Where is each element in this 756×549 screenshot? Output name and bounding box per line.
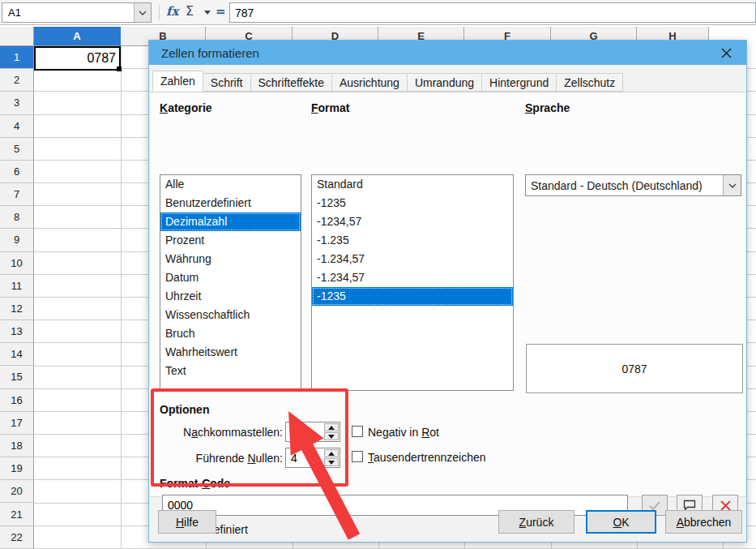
formula-input[interactable] xyxy=(229,2,756,23)
label-part: S xyxy=(525,101,532,114)
category-item[interactable]: Alle xyxy=(160,175,301,194)
tab-hintergrund[interactable]: Hintergrund xyxy=(481,73,557,92)
formula-bar: fx Σ = xyxy=(0,0,756,25)
row-header-13[interactable]: 13 xyxy=(0,320,34,343)
close-button[interactable] xyxy=(718,45,734,61)
format-listbox[interactable]: Standard-1235-1234,57-1.235-1.234,57-1.2… xyxy=(311,174,514,391)
row-header-2[interactable]: 2 xyxy=(0,69,34,92)
label-part: K xyxy=(160,101,168,114)
label-part: A xyxy=(677,516,684,529)
category-item[interactable]: Uhrzeit xyxy=(160,287,301,306)
cell-a1[interactable]: 0787 xyxy=(34,46,121,71)
language-combobox[interactable]: Standard - Deutsch (Deutschland) xyxy=(525,174,741,196)
category-label: Kategorie xyxy=(160,101,212,114)
dialog-titlebar[interactable]: Zellen formatieren xyxy=(149,41,746,65)
format-item[interactable]: -1234,57 xyxy=(312,212,513,231)
row-header-14[interactable]: 14 xyxy=(0,343,34,366)
category-item[interactable]: Bruch xyxy=(160,324,301,343)
row-header-10[interactable]: 10 xyxy=(0,252,34,275)
cell-reference-input[interactable] xyxy=(2,6,134,19)
tab-ausrichtung[interactable]: Ausrichtung xyxy=(331,73,408,92)
tab-zellschutz[interactable]: Zellschutz xyxy=(556,73,623,92)
row-header-6[interactable]: 6 xyxy=(0,161,34,183)
grid-line xyxy=(121,46,122,549)
chevron-down-icon xyxy=(728,183,737,188)
annotation-arrow-icon xyxy=(267,401,373,549)
category-item[interactable]: Prozent xyxy=(160,231,301,250)
function-wizard-icon[interactable]: fx xyxy=(166,4,178,19)
label-part: ormat xyxy=(318,101,350,114)
category-item[interactable]: Benutzerdefiniert xyxy=(160,194,301,212)
row-header-9[interactable]: 9 xyxy=(0,229,34,251)
checkmark-icon xyxy=(649,501,660,510)
category-item[interactable]: Datum xyxy=(160,268,301,287)
row-header-8[interactable]: 8 xyxy=(0,206,34,229)
tab-schrift[interactable]: Schrift xyxy=(203,73,251,92)
label-part: bbrechen xyxy=(684,516,731,529)
row-header-16[interactable]: 16 xyxy=(0,389,34,412)
dialog-title: Zellen formatieren xyxy=(161,46,259,60)
row-header-3[interactable]: 3 xyxy=(0,92,34,114)
row-header-22[interactable]: 22 xyxy=(0,526,34,549)
row-header-5[interactable]: 5 xyxy=(0,138,34,161)
label-part: ilfe xyxy=(184,516,199,529)
row-header-17[interactable]: 17 xyxy=(0,412,34,435)
row-header-12[interactable]: 12 xyxy=(0,298,34,320)
format-item[interactable]: -1.234,57 xyxy=(312,268,513,287)
format-item[interactable]: -1235 xyxy=(312,287,513,306)
row-header-21[interactable]: 21 xyxy=(0,503,34,525)
format-item[interactable]: Standard xyxy=(312,175,513,194)
label-part: Z xyxy=(519,516,527,529)
row-header-15[interactable]: 15 xyxy=(0,366,34,388)
category-item[interactable]: Dezimalzahl xyxy=(160,212,301,231)
language-label: Sprache xyxy=(525,101,570,114)
row-header-7[interactable]: 7 xyxy=(0,183,34,206)
format-item[interactable]: -1235 xyxy=(312,194,513,212)
category-item[interactable]: Text xyxy=(160,362,301,380)
column-header-a[interactable]: A xyxy=(34,27,121,46)
label-part: O xyxy=(613,516,621,529)
format-item[interactable]: -1.234,57 xyxy=(312,250,513,268)
format-item[interactable]: -1.235 xyxy=(312,231,513,250)
back-button[interactable]: Zurück xyxy=(498,510,574,534)
row-header-4[interactable]: 4 xyxy=(0,115,34,138)
cancel-button[interactable]: Abbrechen xyxy=(665,510,742,534)
label-part: prache xyxy=(532,101,570,114)
label-part: ausendertrennzeichen xyxy=(374,451,486,464)
label-part: K xyxy=(621,516,629,529)
sum-dropdown-caret-icon[interactable] xyxy=(204,11,211,15)
label-part: ategorie xyxy=(168,101,211,114)
tab-umrandung[interactable]: Umrandung xyxy=(407,73,482,92)
row-header-20[interactable]: 20 xyxy=(0,480,34,503)
language-value: Standard - Deutsch (Deutschland) xyxy=(526,179,723,192)
equals-icon[interactable]: = xyxy=(216,4,226,19)
tab-zahlen[interactable]: Zahlen xyxy=(152,71,203,92)
category-item[interactable]: Wissenschaftlich xyxy=(160,306,301,324)
sum-icon[interactable]: Σ xyxy=(186,3,194,19)
negative-red-label: Negativ in Rot xyxy=(368,426,439,439)
comment-bubble-icon xyxy=(683,500,696,511)
ok-button[interactable]: OK xyxy=(586,510,656,534)
row-header-19[interactable]: 19 xyxy=(0,457,34,480)
libreoffice-calc-window: fx Σ = ABCDEFGH 123456789101112131415161… xyxy=(0,0,756,549)
language-dropdown-button[interactable] xyxy=(723,175,741,195)
cell-cursor-fill-handle[interactable] xyxy=(117,66,122,71)
category-item[interactable]: Währung xyxy=(160,250,301,268)
name-box[interactable] xyxy=(2,2,152,23)
tab-schrifteffekte[interactable]: Schrifteffekte xyxy=(250,73,332,92)
format-label: Format xyxy=(311,101,349,114)
label-part: Negativ in xyxy=(368,426,421,439)
category-listbox[interactable]: AlleBenutzerdefiniertDezimalzahlProzentW… xyxy=(160,174,301,391)
label-part: R xyxy=(421,426,429,439)
category-item[interactable]: Wahrheitswert xyxy=(160,343,301,362)
select-all-corner[interactable] xyxy=(0,27,34,46)
row-header-1[interactable]: 1 xyxy=(0,46,34,69)
help-button[interactable]: Hilfe xyxy=(158,510,216,534)
row-header-18[interactable]: 18 xyxy=(0,435,34,457)
close-icon xyxy=(721,48,732,58)
name-box-dropdown-button[interactable] xyxy=(134,3,151,22)
chevron-down-icon xyxy=(139,11,147,15)
row-header-11[interactable]: 11 xyxy=(0,275,34,298)
red-x-icon xyxy=(720,500,731,511)
label-part: F xyxy=(311,101,318,114)
